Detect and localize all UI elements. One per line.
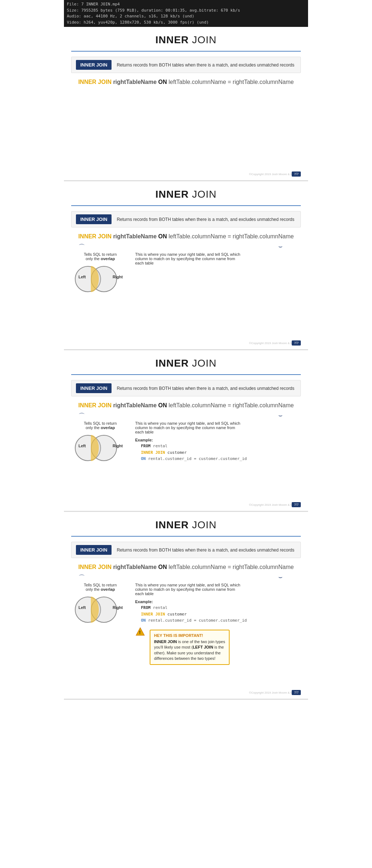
title-divider-3 [71,374,301,375]
ex-inner: INNER JOIN [141,450,165,455]
important-body: INNER JOIN is one of the two join types … [154,639,225,662]
s3-syntax-rt: rightTableName [113,402,158,408]
slide-4-spacer [71,669,301,690]
slide-3-syntax: INNER JOIN rightTableName ON leftTable.c… [71,402,301,409]
s4-annot-left-line2: only the [86,587,100,592]
s4-syntax-cond: leftTable.columnName = rightTable.column… [169,564,294,570]
slide-4-badge-desc: Returns records from BOTH tables when th… [117,548,294,553]
annot-left-line2: only the [86,257,100,261]
slide-4-annotation-right: This is where you name your right table,… [135,583,244,596]
slide-2-badge-desc: Returns records from BOTH tables when th… [117,217,294,222]
s2-syntax-rt: rightTableName [113,233,158,239]
s4-annot-left-bold: overlap [101,587,115,592]
file-info-line4: Video: h264, yuv420p, 1280x720, 530 kb/s… [67,20,305,26]
s4-ex-from: FROM [141,605,151,610]
brace-right-4: ⌣ [278,573,283,582]
venn-diagram-4: Left Right [75,595,126,624]
slide-3-annotation-left: Tells SQL to return only the overlap [84,421,117,430]
important-header: HEY THIS IS IMPORTANT! [154,633,225,638]
slide-3-content: Tells SQL to return only the overlap Lef… [71,421,301,463]
slide-4-title: INNER JOIN [71,519,301,531]
slide-4-title-rest: JOIN [189,519,217,530]
slide-2-content: Tells SQL to return only the overlap Lef… [71,252,301,294]
slide-4-content: Tells SQL to return only the overlap Lef… [71,583,301,665]
title-divider [71,51,301,52]
svg-text:!: ! [139,630,141,635]
s4-ex-rental: rental [151,605,167,610]
title-divider-2 [71,205,301,206]
s3-syntax-ij: INNER JOIN [78,402,113,408]
venn-label-right: Right [113,275,123,279]
slide-3-example: Example: FROM rental INNER JOIN customer… [135,438,301,462]
s4-venn-label-left: Left [78,605,86,610]
slide-2-badge-row: INNER JOIN Returns records from BOTH tab… [71,211,301,227]
slide-4-title-bold: INNER [155,519,189,530]
s3-syntax-on: ON [158,402,169,408]
s4-example-code: FROM rental INNER JOIN customer ON renta… [141,605,301,624]
slide-2-title-bold: INNER [155,189,189,200]
slide-1-copyright: ©Copyright 2019 Josh Moore & Minero [71,172,301,177]
s3-venn-label-right: Right [113,444,123,448]
s4-annot-left-line1: Tells SQL to return [84,583,117,587]
brace-left-4: ⌒ [78,573,85,582]
annot-left-line1: Tells SQL to return [84,252,117,257]
slide-2-right-col: This is where you name your right table,… [135,252,301,269]
s3-annot-left-line1: Tells SQL to return [84,421,117,425]
slide-4-left-col: Tells SQL to return only the overlap Lef… [71,583,129,624]
brace-left-3: ⌒ [78,412,85,420]
brace-right: ⌣ [278,243,283,251]
slide-2-spacer [71,297,301,341]
s2-syntax-ij: INNER JOIN [78,233,113,239]
s4-ex-inner: INNER JOIN [141,612,165,617]
slide-1-badge-desc: Returns records from BOTH tables when th… [117,62,294,68]
slide-1-badge: INNER JOIN [76,60,112,70]
slide-4-copyright: ©Copyright 2019 Josh Moore & Minero [71,690,301,695]
brace-left: ⌒ [78,243,85,251]
slide-2-title: INNER JOIN [71,189,301,200]
s4-syntax-on: ON [158,564,169,570]
slide-3-badge-desc: Returns records from BOTH tables when th… [117,386,294,391]
s4-ex-condition: rental.customer_id = customer.customer_i… [146,618,247,623]
slide-4-badge-row: INNER JOIN Returns records from BOTH tab… [71,542,301,558]
slide-3-badge: INNER JOIN [76,383,112,393]
s4-example-label: Example: [135,599,301,604]
brace-indicators-3: ⌒ ⌣ [71,412,301,420]
slide-2-left-col: Tells SQL to return only the overlap Lef… [71,252,129,294]
brace-indicators-4: ⌒ ⌣ [71,573,301,582]
venn-label-left: Left [78,275,86,279]
ex-condition: rental.customer_id = customer.customer_i… [146,456,247,461]
file-info-line3: Audio: aac, 44100 Hz, 2 channels, s16, 1… [67,13,305,20]
brace-right-3: ⌣ [278,412,283,420]
slide-1-num: 7/7 [292,171,301,177]
slide-3-copyright: ©Copyright 2019 Josh Moore & Minero [71,502,301,507]
ex-from: FROM [141,444,151,448]
slide-2-num: 7/7 [292,340,301,346]
slide-1: INNER JOIN INNER JOIN Returns records fr… [64,27,308,181]
slide-3-badge-row: INNER JOIN Returns records from BOTH tab… [71,380,301,396]
slide-1-title: INNER JOIN [71,34,301,46]
slide-4-badge: INNER JOIN [76,545,112,555]
slide-4-annotation-left: Tells SQL to return only the overlap [84,583,117,592]
brace-indicators: ⌒ ⌣ [71,243,301,251]
file-info-line2: Size: 7955285 bytes (759 MiB), duration:… [67,8,305,14]
slide-4-right-col: This is where you name your right table,… [135,583,301,665]
s4-venn-right-circle [91,597,117,623]
slide-3-title-rest: JOIN [189,358,217,369]
important-body3: LEFT JOIN [193,645,213,649]
slide-2-annotation-left: Tells SQL to return only the overlap [84,252,117,261]
slide-3-num: 7/7 [292,502,301,507]
important-body1: INNER JOIN [154,639,177,644]
slide-2: INNER JOIN INNER JOIN Returns records fr… [64,181,308,350]
slide-3-left-col: Tells SQL to return only the overlap Lef… [71,421,129,463]
ex-rental: rental [151,444,167,448]
title-divider-4 [71,536,301,537]
important-row: ! HEY THIS IS IMPORTANT! INNER JOIN is o… [135,627,301,665]
warning-icon: ! [135,627,145,637]
slide-2-badge: INNER JOIN [76,214,112,224]
s2-syntax-cond: leftTable.columnName = rightTable.column… [169,233,294,239]
slide-3-right-col: This is where you name your right table,… [135,421,301,462]
s3-venn-label-left: Left [78,444,86,448]
venn-right-circle [91,266,117,292]
syntax-condition: leftTable.columnName = rightTable.column… [169,79,294,85]
slide-4-num: 7/7 [292,690,301,695]
